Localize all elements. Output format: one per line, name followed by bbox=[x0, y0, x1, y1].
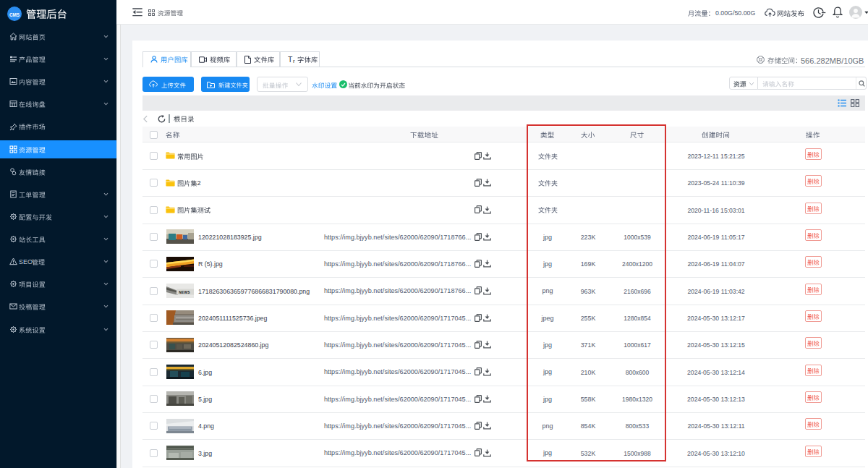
svg-text:NEWS: NEWS bbox=[179, 290, 190, 294]
